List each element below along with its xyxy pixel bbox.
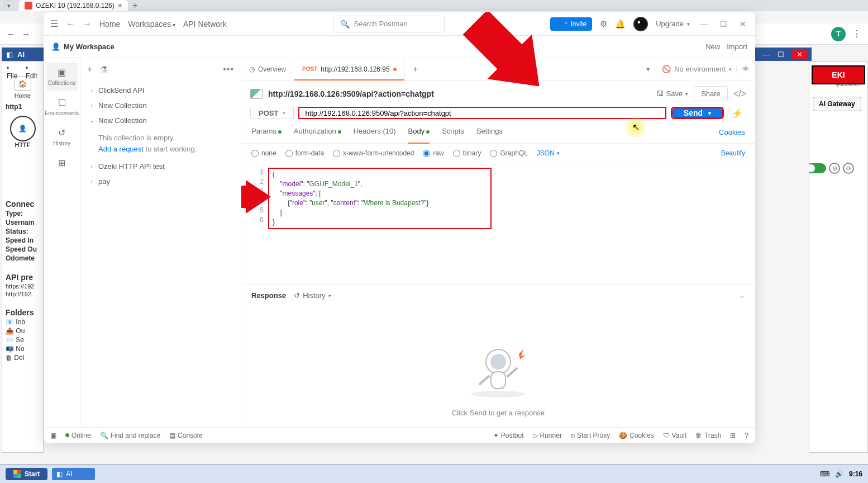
sb-postbot[interactable]: ✦ Postbot (493, 432, 524, 439)
share-button[interactable]: Share (694, 86, 728, 101)
sb-cookies[interactable]: 🍪 Cookies (619, 432, 654, 439)
env-quicklook-icon[interactable]: 👁 (736, 65, 750, 73)
body-code[interactable]: { "model": "GGUF_Model_1", "messages": [… (268, 168, 492, 229)
subtab-scripts[interactable]: Scripts (442, 127, 464, 138)
tabs-dropdown-icon[interactable]: ▾ (646, 65, 650, 73)
body-binary[interactable]: binary (453, 149, 481, 157)
send-dropdown-icon[interactable]: ▾ (708, 110, 711, 116)
folder-deleted[interactable]: 🗑 Del (2, 353, 43, 362)
browser-menu-icon[interactable]: ⋮ (852, 29, 861, 39)
browser-profile-avatar[interactable]: T (831, 27, 846, 41)
window-close-icon[interactable]: ✕ (737, 20, 748, 29)
folder-sent[interactable]: 📨 Se (2, 335, 43, 344)
workspace-title[interactable]: 👤 My Workspace (51, 42, 115, 51)
method-selector[interactable]: POST ▾ (250, 107, 294, 119)
nav-back-icon[interactable]: ← (66, 19, 75, 29)
sb-sidebar-toggle[interactable]: ▣ (50, 432, 56, 439)
rail-environments[interactable]: ☐ Environments (46, 93, 78, 121)
sidebar-options-icon[interactable]: ••• (223, 64, 234, 74)
zap-icon[interactable]: ⚡ (728, 107, 746, 119)
rail-more[interactable]: ⊞ (46, 153, 78, 173)
browser-back-icon[interactable]: ← (7, 29, 15, 39)
environment-selector[interactable]: 🚫 No environment ▾ (655, 65, 732, 73)
subtab-headers[interactable]: Headers (10) (354, 127, 396, 138)
user-avatar[interactable] (633, 17, 648, 31)
collection-item[interactable]: ›New Collection (85, 98, 236, 113)
ozeki-close-icon[interactable]: ✕ (792, 50, 807, 59)
sb-console[interactable]: ▤ Console (169, 432, 202, 439)
beautify-button[interactable]: Beautify (721, 149, 745, 157)
add-collection-icon[interactable]: + (87, 64, 92, 74)
collection-item[interactable]: ›pay (85, 174, 236, 189)
collection-item[interactable]: ›Ozeki HTTP API test (85, 159, 236, 174)
sb-find[interactable]: 🔍 Find and replace (100, 432, 160, 439)
settings-icon[interactable]: ⚙ (600, 19, 607, 29)
subtab-settings[interactable]: Settings (476, 127, 503, 138)
response-history[interactable]: ↺History ▾ (294, 291, 331, 300)
subtab-body[interactable]: Body (408, 127, 430, 138)
tab-close-icon[interactable]: × (118, 1, 122, 10)
rail-history[interactable]: ↺ History (46, 123, 78, 151)
code-icon[interactable]: </> (733, 89, 746, 99)
body-graphql[interactable]: GraphQL (490, 149, 527, 157)
window-maximize-icon[interactable]: ☐ (718, 20, 729, 29)
collection-item[interactable]: ⌄New Collection (85, 113, 236, 128)
ai-gateway-button[interactable]: AI Gateway (813, 97, 861, 111)
body-urlencoded[interactable]: x-www-form-urlencoded (333, 149, 414, 157)
folder-outbox[interactable]: 📤 Ou (2, 326, 43, 335)
clock[interactable]: 9:16 (849, 470, 862, 478)
body-formdata[interactable]: form-data (285, 149, 324, 157)
collection-item[interactable]: ›ClickSend API (85, 83, 236, 98)
ozeki-menu-edit[interactable]: • Edit (26, 64, 39, 71)
browser-tab[interactable]: OZEKI 10 (192.168.0.126) × (19, 0, 128, 11)
import-button[interactable]: Import (727, 42, 747, 51)
subtab-auth[interactable]: Authorization (294, 127, 341, 138)
search-input[interactable]: 🔍 Search Postman (333, 16, 445, 32)
volume-icon[interactable]: 🔊 (835, 470, 843, 478)
nav-api-network[interactable]: API Network (183, 20, 227, 29)
body-editor[interactable]: 1 2 3 4 5 6 { "model": "GGUF_Model_1", "… (241, 163, 755, 234)
new-tab-icon[interactable]: + (132, 1, 137, 11)
body-none[interactable]: none (251, 149, 276, 157)
keyboard-icon[interactable]: ⌨ (820, 470, 829, 478)
nav-home[interactable]: Home (99, 20, 120, 29)
folder-inbox[interactable]: 📧 Inb (2, 318, 43, 326)
ozeki-min-icon[interactable]: — (762, 50, 770, 59)
tab-request[interactable]: POST http://192.168.0.126:95 (294, 58, 405, 80)
nav-workspaces[interactable]: Workspaces (128, 20, 175, 29)
taskbar-app[interactable]: ◧ AI (52, 468, 94, 480)
send-button[interactable]: Send ▾ (673, 108, 722, 117)
sb-trash[interactable]: 🗑 Trash (695, 432, 721, 439)
cookies-link[interactable]: Cookies (719, 128, 745, 136)
folder-not[interactable]: 📭 No (2, 344, 43, 353)
sb-layout-icon[interactable]: ⊞ (730, 432, 736, 439)
filter-icon[interactable]: ⚗ (100, 64, 108, 75)
invite-button[interactable]: 👤⁺ Invite (550, 17, 592, 31)
start-button[interactable]: Start (6, 468, 47, 480)
browser-forward-icon[interactable]: → (22, 29, 30, 39)
subtab-params[interactable]: Params (251, 127, 282, 138)
url-input[interactable] (298, 107, 666, 119)
notifications-icon[interactable]: 🔔 (615, 19, 626, 29)
hamburger-icon[interactable]: ☰ (50, 18, 58, 29)
ozeki-menu-file[interactable]: • File (7, 64, 19, 71)
upgrade-button[interactable]: Upgrade ▾ (656, 20, 690, 28)
rail-collections[interactable]: ▣ Collections (46, 63, 78, 91)
enable-toggle[interactable] (809, 163, 826, 173)
response-collapse-icon[interactable]: ⌄ (739, 291, 745, 300)
nav-forward-icon[interactable]: → (83, 19, 92, 29)
sb-vault[interactable]: 🛡 Vault (663, 432, 686, 439)
tab-list-dropdown[interactable]: ▾ (4, 1, 13, 11)
sb-runner[interactable]: ▷ Runner (533, 432, 562, 439)
new-button[interactable]: New (705, 42, 720, 51)
body-language-select[interactable]: JSON ▾ (537, 149, 560, 157)
refresh-icon[interactable]: ⟳ (843, 163, 854, 174)
tab-overview[interactable]: ◷ Overview (241, 58, 294, 80)
ozeki-max-icon[interactable]: ☐ (778, 50, 784, 59)
block-icon[interactable]: ⊘ (829, 163, 840, 174)
add-request-link[interactable]: Add a request (98, 145, 144, 153)
new-tab-button[interactable]: + (405, 58, 426, 80)
sb-help-icon[interactable]: ? (745, 432, 748, 439)
body-raw[interactable]: raw (423, 149, 443, 157)
save-button[interactable]: 🖫 Save ▾ (656, 89, 689, 98)
